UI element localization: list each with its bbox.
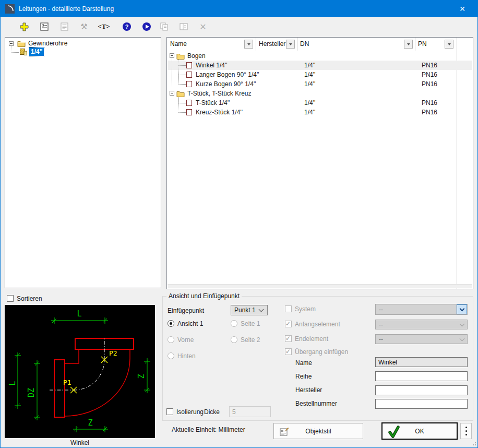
objektstil-button[interactable]: Objektstil (273, 423, 363, 439)
more-options-button[interactable] (460, 423, 472, 439)
table-group-row[interactable]: T-Stück, T-Stück Kreuz (168, 89, 472, 98)
endelement-checkbox[interactable] (285, 335, 292, 342)
folder-icon (176, 90, 185, 97)
objektstil-label: Objektstil (305, 428, 331, 435)
pipe-class-icon (20, 49, 27, 55)
einfuegepunkt-value: Punkt 1 (234, 306, 259, 314)
hammer-wrench-icon: ⚒ (80, 22, 87, 31)
uebergang-checkbox[interactable] (285, 348, 292, 355)
hersteller-filter-dropdown[interactable] (286, 40, 295, 49)
form-settings-button[interactable] (178, 21, 189, 32)
dimension-labels: L L DZ Z Z (8, 309, 146, 428)
text-variable-icon: <T> (98, 22, 110, 31)
resize-grip[interactable] (471, 440, 476, 445)
isolierung-checkbox[interactable] (166, 408, 173, 415)
group-label: T-Stück, T-Stück Kreuz (187, 89, 251, 98)
reihe-field-label: Reihe (295, 373, 312, 380)
table-group-row[interactable]: Bogen (168, 51, 472, 61)
name-filter-dropdown[interactable] (244, 40, 253, 49)
seite2-label: Seite 2 (241, 336, 260, 344)
column-separator (415, 38, 415, 51)
add-button[interactable] (18, 21, 30, 32)
seite1-radio[interactable] (231, 320, 237, 327)
cell-name: Langer Bogen 90° 1/4'' (196, 70, 259, 79)
sortieren-checkbox[interactable] (7, 295, 14, 302)
delete-icon: ✕ (199, 22, 206, 32)
vorne-label: Vorne (177, 336, 194, 344)
plus-icon (20, 22, 29, 31)
cell-name: Kreuz-Stück 1/4'' (196, 108, 243, 117)
ok-label: OK (415, 428, 424, 435)
dot (465, 427, 467, 428)
anfangselement-checkbox[interactable] (285, 321, 292, 327)
dn-filter-dropdown[interactable] (404, 40, 413, 49)
ansicht1-radio[interactable] (168, 320, 174, 327)
seite2-radio[interactable] (231, 336, 237, 343)
fitting-icon (186, 100, 192, 106)
cell-pn: PN16 (422, 70, 437, 79)
table-row[interactable]: Kreuz-Stück 1/4'' 1/4'' PN16 (168, 108, 472, 117)
run-button[interactable] (141, 21, 152, 32)
table-row[interactable]: T-Stück 1/4'' 1/4'' PN16 (168, 98, 472, 108)
preview-caption: Winkel (5, 439, 155, 446)
tree-connector (178, 84, 186, 85)
tree-node-gewinderohre[interactable]: Gewinderohre (28, 39, 67, 48)
svg-text:L: L (8, 381, 17, 385)
hersteller-field[interactable] (375, 385, 468, 395)
pn-filter-dropdown[interactable] (445, 40, 453, 49)
group-expander[interactable] (170, 53, 174, 58)
system-checkbox[interactable] (285, 305, 292, 312)
tree-connector (11, 46, 11, 52)
name-field[interactable] (375, 357, 468, 367)
text-variable-button[interactable]: <T> (98, 21, 110, 32)
svg-text:DZ: DZ (27, 388, 36, 397)
column-header-pn[interactable]: PN (418, 40, 427, 48)
object-style-icon (280, 427, 289, 436)
column-header-hersteller[interactable]: Hersteller (259, 40, 285, 48)
delete-button[interactable]: ✕ (197, 21, 209, 32)
group-label: Bogen (187, 51, 206, 61)
column-header-name[interactable]: Name (170, 40, 187, 48)
system-select[interactable]: -- (375, 304, 468, 315)
parts-table-panel: Name Hersteller DN PN Bogen Winkel 1/4''… (166, 37, 473, 289)
chevron-down-icon (457, 320, 467, 329)
edit-form-button[interactable] (39, 21, 50, 32)
copy-button[interactable] (159, 21, 170, 32)
cell-dn: 1/4'' (304, 79, 315, 89)
p1-label: P1 (63, 379, 71, 386)
horizontal-scrollbar[interactable] (168, 284, 472, 288)
endelement-select[interactable]: -- (375, 334, 468, 344)
dicke-field[interactable] (229, 406, 271, 417)
chevron-down-icon (457, 304, 467, 314)
outer-arc (65, 349, 130, 416)
preview-canvas: P1 P2 (5, 305, 155, 438)
column-header-dn[interactable]: DN (300, 40, 309, 48)
tree-expander[interactable] (9, 41, 14, 46)
bestellnummer-field[interactable] (375, 399, 468, 409)
document-button[interactable] (58, 21, 70, 32)
tree-connector (178, 97, 179, 112)
help-icon: ? (123, 22, 131, 31)
einfuegepunkt-select[interactable]: Punkt 1 (231, 305, 268, 315)
system-label: System (295, 305, 316, 313)
tree-connector (178, 112, 186, 113)
tools-button[interactable]: ⚒ (78, 21, 90, 32)
fitting-icon (186, 81, 192, 87)
vorne-radio[interactable] (168, 336, 174, 343)
tree-node-quarter-inch[interactable]: 1/4'' (29, 48, 44, 56)
tree-connector (11, 52, 19, 53)
form-icon (40, 22, 49, 31)
cell-dn: 1/4'' (304, 108, 315, 117)
hinten-radio[interactable] (168, 352, 174, 359)
help-button[interactable]: ? (121, 21, 133, 32)
einfuegepunkt-label: Einfügepunkt (168, 307, 204, 314)
bestellnummer-field-label: Bestellnummer (295, 400, 337, 407)
close-icon[interactable]: ✕ (453, 1, 471, 17)
table-row[interactable]: Winkel 1/4'' 1/4'' PN16 (168, 61, 472, 70)
reihe-field[interactable] (375, 371, 468, 381)
titlebar[interactable]: Leitungen - detaillierte Darstellung ✕ (1, 1, 477, 17)
anfangselement-select[interactable]: -- (375, 320, 468, 329)
ok-button[interactable]: OK (381, 422, 458, 440)
table-row[interactable]: Langer Bogen 90° 1/4'' 1/4'' PN16 (168, 70, 472, 79)
table-row[interactable]: Kurze Bogen 90° 1/4'' 1/4'' PN16 (168, 79, 472, 89)
